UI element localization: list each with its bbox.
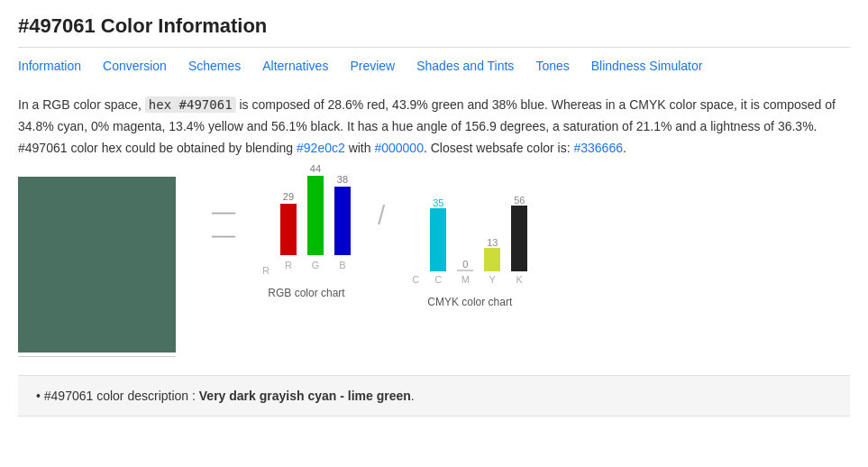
rgb-chart: R 29 R 44 G 3 [262,186,351,299]
equals-icon: ⎯⎯⎯⎯ [212,192,235,239]
cmyk-m-value: 0 [462,259,468,270]
swatch-container [18,177,176,357]
hex-highlight: hex #497061 [145,96,236,113]
cmyk-k-value: 56 [514,195,525,206]
rgb-chart-columns: R 29 R 44 G 3 [262,186,351,276]
color-swatch [18,177,176,353]
page-title: #497061 Color Information [18,14,850,38]
cmyk-k-label: K [516,274,523,285]
rgb-r-column: R [262,262,270,276]
cmyk-c-col: C [412,271,419,285]
tab-schemes[interactable]: Schemes [188,59,241,73]
cmyk-c-top-label: C [412,274,419,285]
rgb-b-label: B [339,260,345,270]
cmyk-y-value: 13 [487,237,498,248]
rgb-b-bar [334,187,351,255]
rgb-r-bar [280,204,297,255]
main-content-area: ⎯⎯⎯⎯ R 29 R 44 [18,177,850,357]
cmyk-c-bar [430,208,446,271]
cmyk-k-bar [511,206,527,271]
cmyk-c-value: 35 [433,197,443,208]
description-paragraph: In a RGB color space, hex #497061 is com… [18,95,850,159]
blend-link-1[interactable]: #92e0c2 [297,141,345,155]
color-description: • #497061 color description : Very dark … [36,389,832,403]
tab-conversion[interactable]: Conversion [103,59,167,73]
rgb-g-bar [307,176,324,255]
tab-alternatives[interactable]: Alternatives [262,59,328,73]
cmyk-m-bar-col: 0 M [457,195,473,285]
cmyk-y-label: Y [489,274,496,285]
rgb-r-value: 29 [283,191,294,202]
rgb-b-value: 38 [337,174,348,185]
swatch-underline [18,356,176,357]
cmyk-chart-title: CMYK color chart [427,296,512,308]
websafe-link[interactable]: #336666 [573,141,623,155]
color-description-bold: Very dark grayish cyan - lime green [199,389,411,403]
tab-information[interactable]: Information [18,59,81,73]
tab-blindness[interactable]: Blindness Simulator [591,59,703,73]
tab-shades[interactable]: Shades and Tints [416,59,514,73]
nav-tabs: Information Conversion Schemes Alternati… [18,59,850,80]
bullet-point: • [36,389,41,403]
tab-preview[interactable]: Preview [350,59,395,73]
slash-icon: / [378,200,385,231]
rgb-b-bar-col: 38 B [334,174,351,270]
rgb-r-top-label: R [262,265,270,276]
rgb-g-bar-col: 44 G [307,163,324,270]
cmyk-chart: C 35 C 0 M [412,177,527,308]
blend-link-2[interactable]: #000000 [374,141,424,155]
tab-tones[interactable]: Tones [535,59,569,73]
cmyk-y-bar [484,248,500,271]
cmyk-k-bar-col: 56 K [511,195,527,285]
cmyk-m-bar [457,270,473,271]
rgb-chart-title: RGB color chart [268,287,344,299]
rgb-r-bar-col: 29 R [280,191,297,270]
bottom-section: • #497061 color description : Very dark … [18,375,850,417]
title-divider [18,47,850,48]
rgb-g-value: 44 [310,163,321,174]
cmyk-m-label: M [461,274,470,285]
rgb-r-label: R [285,260,292,270]
cmyk-c-bar-col: 35 C [430,195,446,285]
cmyk-c-label: C [434,274,442,285]
rgb-g-label: G [312,260,320,270]
cmyk-y-bar-col: 13 Y [484,195,500,285]
